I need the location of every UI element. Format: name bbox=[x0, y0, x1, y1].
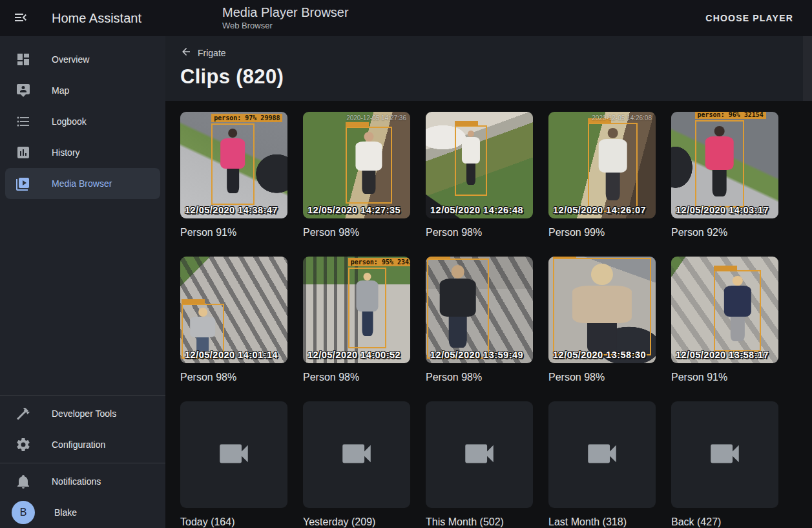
person-figure bbox=[437, 265, 479, 356]
clip-card[interactable]: 2020-12-05 14:27:36 12/05/2020 14:27:35 … bbox=[303, 112, 410, 238]
person-figure bbox=[354, 132, 384, 201]
clip-caption: Person 98% bbox=[548, 372, 656, 383]
detection-label-small bbox=[553, 257, 576, 259]
clip-caption: Person 98% bbox=[426, 372, 533, 383]
menu-open-icon bbox=[13, 10, 28, 27]
avatar: B bbox=[12, 501, 35, 524]
clip-timestamp: 12/05/2020 14:38:47 bbox=[185, 205, 278, 215]
person-figure bbox=[461, 131, 481, 194]
camera-osd-timestamp: 2020-12-05 14:27:36 bbox=[346, 114, 406, 121]
sidebar-item-logbook[interactable]: Logbook bbox=[5, 106, 160, 137]
folder-label: Yesterday (209) bbox=[303, 516, 410, 528]
clip-card[interactable]: 12/05/2020 14:01:14 Person 98% bbox=[180, 257, 287, 383]
video-icon bbox=[583, 435, 621, 475]
sidebar-item-history[interactable]: History bbox=[5, 137, 160, 168]
media-grid: person: 97% 29988 12/05/2020 14:38:47 Pe… bbox=[165, 101, 812, 528]
dashboard-icon bbox=[16, 52, 31, 67]
folder-card-today-164[interactable]: Today (164) bbox=[180, 401, 287, 528]
detection-label-small bbox=[346, 122, 369, 127]
detection-bounding-box bbox=[455, 125, 487, 196]
detection-bounding-box: person: 97% 29988 bbox=[211, 123, 254, 204]
sidebar-item-notifications[interactable]: Notifications bbox=[5, 466, 160, 497]
media-browser-subtitle: Web Browser bbox=[222, 21, 349, 31]
app-bar-left: Home Assistant bbox=[0, 3, 165, 34]
map-icon bbox=[16, 83, 31, 98]
page-header-titles: Media Player Browser Web Browser bbox=[222, 5, 349, 31]
video-icon bbox=[338, 435, 375, 475]
clip-thumbnail: 12/05/2020 13:58:17 bbox=[671, 257, 778, 363]
sidebar-toggle-button[interactable] bbox=[5, 3, 36, 34]
clip-card[interactable]: 12/05/2020 13:59:49 Person 98% bbox=[426, 257, 533, 383]
detection-bounding-box bbox=[553, 258, 652, 356]
clip-caption: Person 92% bbox=[671, 227, 778, 238]
history-icon bbox=[16, 145, 31, 160]
sidebar-item-map[interactable]: Map bbox=[5, 75, 160, 106]
folder-thumbnail bbox=[548, 401, 656, 508]
video-icon bbox=[706, 435, 744, 475]
sidebar-item-overview[interactable]: Overview bbox=[5, 44, 160, 75]
person-figure bbox=[722, 276, 753, 349]
folder-card-yesterday-209[interactable]: Yesterday (209) bbox=[303, 401, 410, 528]
folder-label: Last Month (318) bbox=[548, 516, 656, 528]
clip-caption: Person 98% bbox=[303, 227, 410, 238]
clip-timestamp: 12/05/2020 14:00:52 bbox=[307, 350, 401, 360]
sidebar-item-media-browser[interactable]: Media Browser bbox=[5, 168, 160, 199]
sidebar-item-configuration[interactable]: Configuration bbox=[5, 429, 160, 460]
clip-thumbnail: 12/05/2020 14:26:48 bbox=[426, 112, 533, 218]
person-figure bbox=[703, 126, 736, 205]
person-figure bbox=[355, 273, 380, 346]
folder-card-last-month-318[interactable]: Last Month (318) bbox=[548, 401, 656, 528]
clip-card[interactable]: person: 96% 32154 12/05/2020 14:03:17 Pe… bbox=[671, 112, 778, 238]
clip-caption: Person 99% bbox=[548, 227, 656, 238]
sidebar-item-user[interactable]: B Blake bbox=[5, 497, 160, 528]
hammer-icon bbox=[16, 406, 31, 421]
choose-player-button[interactable]: CHOOSE PLAYER bbox=[700, 8, 798, 28]
folder-thumbnail bbox=[426, 401, 533, 508]
clip-card[interactable]: 12/05/2020 13:58:17 Person 91% bbox=[671, 257, 778, 383]
clip-thumbnail: 12/05/2020 13:59:49 bbox=[426, 257, 533, 363]
clip-caption: Person 91% bbox=[671, 372, 778, 383]
detection-bounding-box: person: 95% 23432 bbox=[348, 268, 387, 348]
folder-thumbnail bbox=[180, 401, 287, 508]
clip-caption: Person 98% bbox=[180, 372, 287, 383]
clip-card[interactable]: person: 95% 23432 12/05/2020 14:00:52 Pe… bbox=[303, 257, 410, 383]
sidebar-item-label: Notifications bbox=[52, 476, 101, 487]
sidebar-divider-bottom bbox=[0, 463, 165, 463]
video-icon bbox=[461, 435, 498, 475]
breadcrumb-label: Frigate bbox=[198, 48, 226, 58]
detection-label-small bbox=[427, 257, 450, 259]
app-bar: Home Assistant Media Player Browser Web … bbox=[0, 0, 812, 36]
folder-label: Today (164) bbox=[180, 516, 287, 528]
person-figure bbox=[218, 129, 247, 202]
clip-card[interactable]: 12/05/2020 13:58:30 Person 98% bbox=[548, 257, 656, 383]
clip-thumbnail: person: 96% 32154 12/05/2020 14:03:17 bbox=[671, 112, 778, 218]
detection-label-small bbox=[455, 121, 478, 126]
clip-card[interactable]: 12/05/2020 14:26:48 Person 98% bbox=[426, 112, 533, 238]
sidebar-item-developer-tools[interactable]: Developer Tools bbox=[5, 398, 160, 429]
media-browser-icon bbox=[16, 176, 31, 191]
clip-thumbnail: 12/05/2020 14:01:14 bbox=[180, 257, 287, 363]
arrow-left-icon bbox=[180, 46, 198, 59]
clip-timestamp: 12/05/2020 13:59:49 bbox=[430, 350, 523, 360]
clip-timestamp: 12/05/2020 14:03:17 bbox=[676, 205, 769, 215]
folder-card-back-427[interactable]: Back (427) bbox=[671, 401, 778, 528]
clip-card[interactable]: 2020-12-05 14:26:08 12/05/2020 14:26:07 … bbox=[548, 112, 656, 238]
detection-bounding-box bbox=[588, 123, 637, 213]
detection-label: person: 95% 23432 bbox=[348, 258, 410, 266]
detection-bounding-box bbox=[427, 259, 489, 359]
scrollbar-thumb[interactable] bbox=[803, 36, 812, 101]
clip-timestamp: 12/05/2020 14:01:14 bbox=[185, 350, 278, 360]
clip-timestamp: 12/05/2020 13:58:30 bbox=[553, 350, 646, 360]
sidebar-spacer bbox=[0, 199, 165, 392]
clip-card[interactable]: person: 97% 29988 12/05/2020 14:38:47 Pe… bbox=[180, 112, 287, 238]
sidebar-divider-top bbox=[0, 395, 165, 396]
folder-card-this-month-502[interactable]: This Month (502) bbox=[426, 401, 533, 528]
logbook-icon bbox=[16, 114, 31, 129]
media-browser-title: Media Player Browser bbox=[222, 5, 349, 20]
clip-thumbnail: person: 95% 23432 12/05/2020 14:00:52 bbox=[303, 257, 410, 363]
user-name-label: Blake bbox=[54, 507, 77, 518]
clip-caption: Person 98% bbox=[426, 227, 533, 238]
detection-bounding-box bbox=[346, 127, 391, 204]
breadcrumb-back[interactable]: Frigate bbox=[180, 46, 226, 59]
clip-timestamp: 12/05/2020 14:27:35 bbox=[307, 205, 401, 215]
